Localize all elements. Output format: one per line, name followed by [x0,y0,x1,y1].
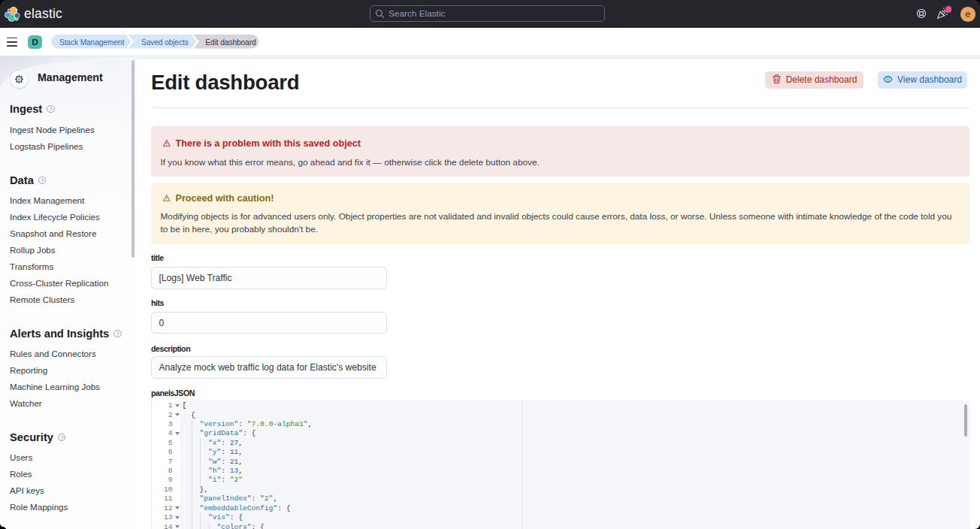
svg-text:Stack Management: Stack Management [59,39,124,47]
svg-text:Edit dashboard: Edit dashboard [205,39,256,47]
svg-text:Saved objects: Saved objects [141,39,189,47]
